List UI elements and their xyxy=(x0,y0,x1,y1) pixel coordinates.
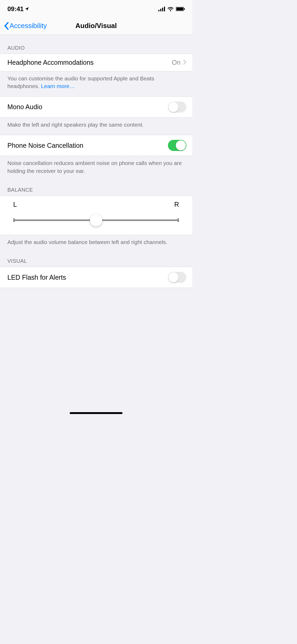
status-bar: 09:41 xyxy=(0,0,192,15)
switch-mono-audio[interactable] xyxy=(168,102,186,113)
section-header-balance: BALANCE xyxy=(0,181,192,196)
chevron-left-icon xyxy=(4,22,9,30)
row-label: Mono Audio xyxy=(7,103,168,111)
chevron-right-icon xyxy=(183,59,186,66)
section-header-audio: AUDIO xyxy=(0,35,192,54)
footer-text: You can customise the audio for supporte… xyxy=(7,75,154,89)
row-label: Phone Noise Cancellation xyxy=(7,142,168,149)
balance-slider[interactable] xyxy=(8,214,184,227)
svg-rect-3 xyxy=(164,7,165,11)
balance-right-label: R xyxy=(174,201,179,208)
row-value: On xyxy=(172,59,181,66)
battery-icon xyxy=(176,7,185,11)
home-indicator[interactable] xyxy=(70,412,122,414)
learn-more-link[interactable]: Learn more… xyxy=(41,83,75,89)
back-label: Accessibility xyxy=(10,22,47,30)
navigation-bar: Accessibility Audio/Visual xyxy=(0,17,192,35)
row-led-flash: LED Flash for Alerts xyxy=(0,267,192,288)
footer-mono: Make the left and right speakers play th… xyxy=(0,118,192,135)
footer-noise: Noise cancellation reduces ambient noise… xyxy=(0,156,192,181)
svg-rect-2 xyxy=(162,8,163,11)
row-label: Headphone Accommodations xyxy=(7,59,172,66)
row-mono-audio: Mono Audio xyxy=(0,96,192,118)
settings-screen: 09:41 Accessibility Audio/Visual AUDIO H… xyxy=(0,0,192,417)
switch-led-flash[interactable] xyxy=(168,272,186,283)
row-label: LED Flash for Alerts xyxy=(7,274,168,281)
footer-headphone: You can customise the audio for supporte… xyxy=(0,71,192,96)
row-noise-cancellation: Phone Noise Cancellation xyxy=(0,135,192,156)
back-button[interactable]: Accessibility xyxy=(2,22,47,30)
balance-left-label: L xyxy=(13,201,17,208)
switch-noise-cancellation[interactable] xyxy=(168,140,186,151)
wifi-icon xyxy=(167,7,174,11)
footer-balance: Adjust the audio volume balance between … xyxy=(0,235,192,252)
status-time: 09:41 xyxy=(7,5,23,13)
svg-rect-5 xyxy=(176,7,183,11)
page-title: Audio/Visual xyxy=(76,22,117,30)
slider-thumb[interactable] xyxy=(90,214,102,226)
row-headphone-accommodations[interactable]: Headphone Accommodations On xyxy=(0,54,192,71)
svg-rect-1 xyxy=(160,9,161,11)
svg-rect-0 xyxy=(158,10,159,11)
svg-rect-6 xyxy=(184,8,185,10)
section-header-visual: VISUAL xyxy=(0,252,192,267)
row-balance: L R xyxy=(0,196,192,235)
cellular-icon xyxy=(158,7,165,11)
location-icon xyxy=(25,7,29,11)
